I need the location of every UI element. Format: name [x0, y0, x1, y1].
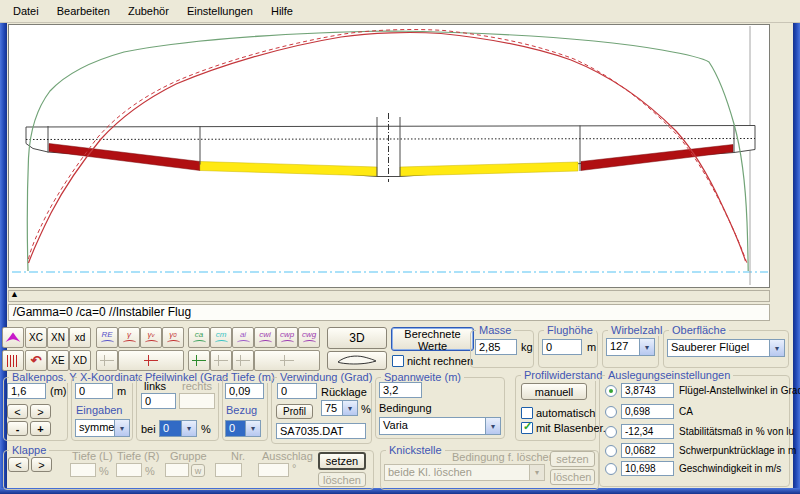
cwi-curve-button[interactable]: cwi	[254, 327, 276, 348]
chevron-down-icon[interactable]: ▾	[181, 421, 196, 436]
wing-outline	[26, 126, 755, 177]
chevron-down-icon[interactable]: ▾	[245, 421, 260, 436]
pfeilwinkel-rechts-input	[179, 393, 215, 409]
klappe-setzen-button[interactable]: setzen	[318, 452, 366, 470]
xd-caps-label: XD	[73, 355, 87, 366]
schwerpunkt-input[interactable]	[621, 443, 674, 458]
ca-label: ca	[195, 331, 203, 339]
menu-datei[interactable]: Datei	[4, 2, 48, 20]
klappe-prev-button[interactable]: <	[8, 457, 29, 472]
xc-button[interactable]: XC	[25, 327, 47, 348]
flying-wing-button[interactable]	[2, 327, 24, 348]
curve-icon	[303, 340, 316, 345]
ca-curve-button[interactable]: ca	[188, 327, 210, 348]
airfoil-button[interactable]	[327, 351, 387, 370]
cm-label: cm	[216, 331, 227, 339]
manuell-button[interactable]: manuell	[521, 383, 587, 400]
menu-bearbeiten[interactable]: Bearbeiten	[48, 2, 119, 20]
bei-dropdown[interactable]: 0▾	[159, 420, 197, 437]
wing-planform-plot[interactable]	[8, 24, 770, 288]
cm-curve-button[interactable]: cm	[210, 327, 232, 348]
axis-icon	[236, 355, 250, 366]
bedingung-dropdown[interactable]: Varia▾	[379, 417, 501, 435]
automatisch-checkbox[interactable]	[521, 407, 533, 419]
mit-blasenber-checkbox[interactable]: ✓	[521, 422, 533, 434]
chevron-down-icon[interactable]: ▾	[114, 420, 129, 436]
stabilitaet-label: Stabilitätsmaß in % von lu	[679, 426, 794, 437]
berechnete-werte-button[interactable]: Berechnete Werte	[391, 327, 474, 351]
masse-input[interactable]	[475, 339, 517, 355]
chevron-down-icon[interactable]: ▾	[769, 340, 784, 356]
profil-file-input[interactable]	[276, 423, 366, 439]
auslegung-radio-ca[interactable]	[605, 406, 617, 418]
menu-hilfe[interactable]: Hilfe	[262, 2, 302, 20]
position-slider-marker[interactable]: ▲	[10, 289, 19, 299]
balkenpos-plus-button[interactable]: +	[30, 421, 51, 436]
x-koordinate-input[interactable]	[75, 383, 113, 399]
flughoehe-input[interactable]	[542, 339, 582, 355]
gamma-0-curve-button[interactable]: γ0	[162, 327, 184, 348]
cwg-curve-button[interactable]: cwg	[298, 327, 320, 348]
knickstelle-caption: Knickstelle	[386, 444, 445, 456]
profil-button[interactable]: Profil	[276, 404, 313, 419]
nicht-rechnen-checkbox[interactable]	[392, 355, 404, 367]
menu-zubehoer[interactable]: Zubehör	[119, 2, 178, 20]
auslegung-radio-schwerpunkt[interactable]	[605, 445, 617, 457]
menu-einstellungen[interactable]: Einstellungen	[178, 2, 262, 20]
curve-icon	[281, 340, 294, 345]
anstellwinkel-input[interactable]	[621, 383, 674, 398]
x-koordinate-unit: m	[117, 385, 126, 397]
nicht-rechnen-label: nicht rechnen	[407, 355, 473, 367]
auslegung-radio-anstellwinkel[interactable]	[605, 385, 617, 397]
ai-curve-button[interactable]: ai	[232, 327, 254, 348]
position-slider-track[interactable]	[8, 290, 770, 302]
balkenpos-next-button[interactable]: >	[30, 404, 51, 419]
stabilitaet-input[interactable]	[621, 424, 674, 439]
oberflaeche-caption: Oberfläche	[669, 324, 729, 336]
verwindung-input[interactable]	[277, 383, 317, 399]
masse-caption: Masse	[476, 324, 514, 336]
ruecklage-dropdown[interactable]: 75▾	[321, 400, 358, 416]
auslegung-radio-geschwindigkeit[interactable]	[605, 463, 617, 475]
cwp-curve-button[interactable]: cwp	[276, 327, 298, 348]
chevron-down-icon[interactable]: ▾	[485, 418, 500, 434]
xe-button[interactable]: XE	[47, 350, 69, 371]
wirbelzahl-value: 127	[607, 339, 639, 355]
ai-label: ai	[240, 331, 246, 339]
oberflaeche-dropdown[interactable]: Sauberer Flügel▾	[667, 339, 785, 357]
curve-icon	[237, 340, 250, 345]
xd-button[interactable]: xd	[69, 327, 91, 348]
axis-icon	[214, 355, 228, 366]
chevron-down-icon[interactable]: ▾	[639, 339, 654, 355]
tiefe-input[interactable]	[225, 383, 264, 399]
xn-button[interactable]: XN	[47, 327, 69, 348]
bei-value: 0	[160, 421, 181, 436]
bedingung-label: Bedingung	[379, 402, 432, 414]
chevron-down-icon: ▾	[529, 465, 544, 480]
spannweite-input[interactable]	[379, 382, 422, 398]
xd-caps-button[interactable]: XD	[69, 350, 91, 371]
balkenpos-minus-button[interactable]: -	[7, 421, 28, 436]
chevron-down-icon[interactable]: ▾	[342, 401, 357, 415]
klappe-next-button[interactable]: >	[31, 457, 52, 472]
gamma-v-curve-button[interactable]: γv	[140, 327, 162, 348]
eingaben-dropdown[interactable]: symmetr▾	[75, 419, 130, 437]
wirbelzahl-dropdown[interactable]: 127▾	[606, 338, 655, 356]
balkenpos-prev-button[interactable]: <	[7, 404, 28, 419]
tiefe-r-percent: %	[145, 465, 155, 477]
re-curve-button[interactable]: RE	[96, 327, 118, 348]
gamma-curve-button[interactable]: γ	[118, 327, 140, 348]
hatch-button[interactable]	[2, 350, 24, 371]
bezug-dropdown[interactable]: 0▾	[225, 420, 261, 437]
hatch-icon	[7, 355, 19, 367]
ca-input[interactable]	[621, 404, 674, 419]
3d-view-button[interactable]: 3D	[327, 327, 387, 349]
axis-red-button[interactable]	[118, 350, 184, 371]
axis-green-button[interactable]	[188, 350, 210, 371]
balkenpos-input[interactable]	[7, 383, 46, 399]
pfeilwinkel-links-input[interactable]	[141, 393, 176, 409]
undo-button[interactable]: ↶	[25, 350, 47, 371]
flughoehe-caption: Flughöhe	[544, 324, 596, 336]
geschwindigkeit-input[interactable]	[621, 461, 674, 476]
auslegung-radio-stabilitaet[interactable]	[605, 426, 617, 438]
